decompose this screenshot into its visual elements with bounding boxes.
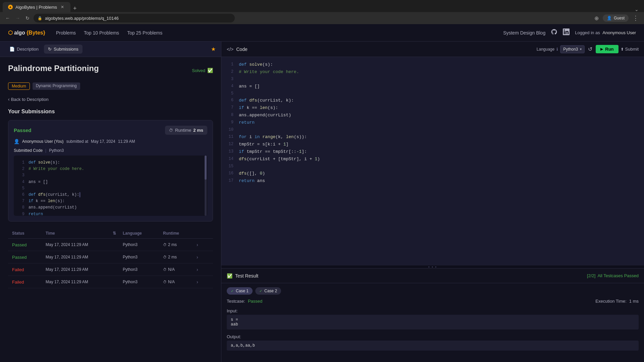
clock-icon: ⏱ [169,128,173,133]
code-line: 1def solve(s): [18,160,203,166]
star-button[interactable]: ★ [211,46,216,52]
github-icon[interactable] [551,28,557,37]
tag-dp[interactable]: Dynamic Programming [33,82,80,90]
code-separator: | [45,148,46,153]
row-runtime-value: N/A [168,280,175,284]
runtime-label: Runtime [175,128,191,133]
zoom-button[interactable]: ⊕ [593,14,600,23]
clock-icon-small: ⏱ [163,280,167,284]
row-lang: Python3 [123,267,163,272]
table-row[interactable]: Passed May 17, 2024 11:29 AM Python3 ⏱ 2… [8,239,213,251]
tab-description[interactable]: 📄 Description [5,45,43,54]
tag-medium[interactable]: Medium [8,82,30,90]
test-details: Testcase: Passed Execution Time: 1 ms In… [227,299,639,351]
editor-line: 6 def dfs(currList, k): [227,97,639,104]
row-expand-button[interactable]: › [197,254,207,260]
lang-select-dropdown[interactable]: Python3 ▾ [560,45,585,53]
lock-icon: 🔒 [38,16,42,20]
editor-line: 10 [227,126,639,133]
user-menu-button[interactable]: 👤 Guest [603,14,629,22]
active-tab[interactable]: A AlgoBytes | Problems ✕ [3,2,70,12]
submitted-label: submitted at [66,139,88,144]
chrome-expand-button[interactable]: ⌄ [632,7,641,12]
forward-button[interactable]: → [14,14,21,22]
row-runtime-value: 2 ms [168,242,177,247]
row-lang: Python3 [123,280,163,284]
editor-line: 8 ans.append(currList) [227,112,639,119]
output-value: a,a,b,aa,b [227,341,639,351]
code-panel-title: Code [236,47,247,52]
nav-problems[interactable]: Problems [56,30,76,36]
user-avatar-icon: 👤 [14,139,19,144]
row-expand-button[interactable]: › [197,267,207,272]
back-link[interactable]: ‹ Back to Description [8,97,213,102]
logo[interactable]: ⬡ algo {Bytes} [8,29,45,36]
nav-system-design[interactable]: System Design Blog [503,30,545,36]
submission-card: Passed ⏱ Runtime 2 ms 👤 Anonymous User (… [8,120,213,222]
case1-check-icon: ✓ [231,289,234,293]
code-scrollbar[interactable] [205,156,207,216]
submit-button[interactable]: ⬆ Submit [621,47,639,52]
sort-icon[interactable]: ⇅ [113,231,123,236]
problem-title: Palindrome Partitioning [8,64,99,73]
row-time: May 17, 2024 11:29 AM [46,267,113,272]
table-row[interactable]: Failed May 17, 2024 11:29 AM Python3 ⏱ N… [8,276,213,288]
address-bar[interactable]: 🔒 algobytes.web.app/problems/q_10146 [34,14,235,22]
lang-select-value: Python3 [563,47,578,52]
row-expand-button[interactable]: › [197,242,207,247]
address-text: algobytes.web.app/problems/q_10146 [45,16,119,21]
reset-button[interactable]: ↺ [587,45,594,54]
clock-icon-small: ⏱ [163,255,167,259]
code-lang: Python3 [49,148,64,153]
row-expand-button[interactable]: › [197,279,207,285]
editor-line: 13 if tmpStr == tmpStr[::-1]: [227,148,639,156]
nav-top10[interactable]: Top 10 Problems [84,30,119,36]
clock-icon-small: ⏱ [163,243,167,247]
test-count: [2/2] All Testcases Passed [587,273,639,278]
editor-line: 9 return [227,119,639,126]
input-label: Input: [227,308,639,313]
reload-button[interactable]: ↻ [24,14,31,22]
chrome-more-button[interactable]: ⋮ [631,13,640,23]
nav-top25[interactable]: Top 25 Problems [127,30,162,36]
row-time: May 17, 2024 11:29 AM [46,255,113,259]
run-button[interactable]: ▶ Run [596,45,618,53]
submission-status: Passed [14,127,32,133]
clock-icon-small: ⏱ [163,267,167,272]
tab-close-button[interactable]: ✕ [60,4,65,10]
execution-value: 1 ms [629,299,639,304]
code-line: 4 ans = [] [18,179,203,185]
panel-divider[interactable]: • • • [221,265,644,268]
table-row[interactable]: Passed May 17, 2024 11:29 AM Python3 ⏱ 2… [8,251,213,263]
lang-info-icon[interactable]: ℹ [556,47,558,52]
output-label: Output: [227,334,639,339]
code-editor-header: </> Code Language ℹ Python3 ▾ ↺ ▶ Run [221,42,644,57]
editor-line: 3 [227,76,639,82]
row-runtime: ⏱ 2 ms [163,242,197,247]
tab-submissions[interactable]: ↻ Submissions [44,45,83,54]
editor-line: 5 [227,90,639,97]
logged-in-text: Logged in as Anonymous User [575,30,636,35]
code-label: Submitted Code [14,148,43,153]
submission-card-header: Passed ⏱ Runtime 2 ms [14,126,207,135]
tab-bar: A AlgoBytes | Problems ✕ + ⌄ [0,0,644,12]
row-runtime: ⏱ N/A [163,267,197,272]
runtime-value: 2 ms [193,128,203,133]
col-status: Status [12,231,46,236]
linkedin-icon[interactable] [563,28,570,37]
address-bar-row: ← → ↻ 🔒 algobytes.web.app/problems/q_101… [0,12,644,24]
row-status: Passed [12,242,46,247]
back-button[interactable]: ← [4,14,11,22]
col-language: Language [123,231,163,236]
submit-icon: ⬆ [621,47,624,52]
code-editor[interactable]: 1def solve(s): 2 # Write your code here.… [221,57,644,265]
test-case-1-tab[interactable]: ✓ Case 1 [227,287,253,295]
table-row[interactable]: Failed May 17, 2024 11:29 AM Python3 ⏱ N… [8,263,213,276]
new-tab-button[interactable]: + [70,5,79,12]
run-label: Run [605,47,613,52]
tab-favicon: A [8,5,13,9]
case2-check-icon: ✓ [259,289,262,293]
test-case-2-tab[interactable]: ✓ Case 2 [255,287,281,295]
left-panel: 📄 Description ↻ Submissions ★ Palindrome… [0,42,221,362]
top-nav: ⬡ algo {Bytes} Problems Top 10 Problems … [0,24,644,42]
